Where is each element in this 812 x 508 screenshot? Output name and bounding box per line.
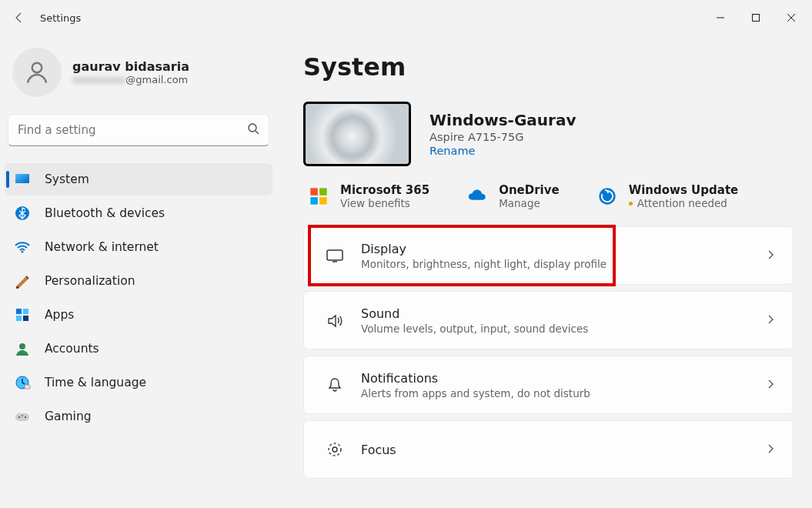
focus-icon [321,440,349,459]
app-title: Settings [40,12,81,24]
svg-rect-22 [310,188,317,195]
display-icon [321,246,349,265]
svg-rect-6 [15,174,29,183]
nav-label: Personalization [45,274,135,288]
account-block[interactable]: gaurav bidasaria xxxxxxxxx@gmail.com [0,42,277,114]
svg-rect-23 [319,188,326,195]
svg-point-2 [32,63,42,73]
nav-label: Accounts [45,342,99,356]
svg-rect-13 [23,316,28,321]
svg-rect-12 [16,316,22,321]
nav-item-bluetooth[interactable]: Bluetooth & devices [5,197,272,229]
update-icon [596,185,618,207]
svg-rect-1 [753,15,760,22]
accounts-icon [14,340,31,357]
system-icon [14,171,31,188]
bluetooth-icon [14,205,31,222]
card-sound[interactable]: SoundVolume levels, output, input, sound… [303,291,794,349]
chevron-right-icon [765,313,776,328]
svg-point-21 [22,415,23,416]
wifi-icon [14,239,31,256]
maximize-button[interactable] [738,5,774,30]
nav-label: Apps [45,308,74,322]
nav-item-personalization[interactable]: Personalization [5,265,272,297]
device-row: Windows-Gaurav Aspire A715-75G Rename [303,102,794,166]
card-sub: Alerts from apps and system, do not dist… [361,387,590,399]
ms365-icon [308,185,329,207]
settings-cards: DisplayMonitors, brightness, night light… [303,226,794,479]
search-input[interactable] [18,123,247,137]
quicklink-sub: Manage [499,197,560,209]
sound-icon [321,311,349,329]
nav-item-accounts[interactable]: Accounts [5,333,272,365]
card-sub: Volume levels, output, input, sound devi… [361,323,588,335]
personalization-icon [14,272,31,289]
sidebar: gaurav bidasaria xxxxxxxxx@gmail.com Sys… [0,35,277,508]
svg-point-14 [19,343,25,349]
device-thumbnail [303,102,411,166]
card-focus[interactable]: Focus [303,420,794,479]
svg-point-29 [329,443,341,456]
card-display[interactable]: DisplayMonitors, brightness, night light… [303,226,794,285]
nav-item-system[interactable]: System [5,163,272,196]
search-box[interactable] [8,114,269,146]
chevron-right-icon [765,378,776,393]
nav-label: System [45,172,89,186]
search-icon [247,122,259,138]
quick-links: Microsoft 365View benefitsOneDriveManage… [303,183,794,209]
quicklink-title: Microsoft 365 [340,183,429,197]
nav-item-time[interactable]: Time & language [5,366,272,399]
svg-rect-10 [16,309,22,314]
gaming-icon [14,408,31,425]
rename-link[interactable]: Rename [429,145,576,157]
nav-label: Time & language [45,376,146,389]
svg-point-19 [18,416,20,418]
quicklink-onedrive[interactable]: OneDriveManage [466,183,560,209]
quicklink-title: OneDrive [499,183,560,197]
apps-icon [14,306,31,323]
nav-item-apps[interactable]: Apps [5,299,272,331]
chevron-right-icon [765,249,776,263]
svg-rect-11 [23,309,28,314]
device-model: Aspire A715-75G [429,131,576,143]
main-panel: System Windows-Gaurav Aspire A715-75G Re… [277,35,812,508]
svg-point-20 [25,416,26,418]
title-bar: Settings [0,0,812,35]
card-notifications[interactable]: NotificationsAlerts from apps and system… [303,356,794,414]
minimize-button[interactable] [703,5,738,30]
svg-point-3 [249,124,256,132]
svg-point-30 [332,447,337,452]
quicklink-ms365[interactable]: Microsoft 365View benefits [308,183,429,209]
account-name: gaurav bidasaria [72,59,189,74]
quicklink-title: Windows Update [629,183,739,197]
card-title: Focus [361,443,396,457]
svg-point-8 [21,250,23,252]
svg-rect-18 [15,413,29,421]
back-button[interactable] [3,12,35,24]
nav-label: Bluetooth & devices [45,206,165,220]
close-button[interactable] [774,5,809,30]
svg-rect-17 [25,385,30,389]
quicklink-sub: View benefits [340,197,429,209]
nav-label: Network & internet [45,240,159,254]
card-sub: Monitors, brightness, night light, displ… [361,258,606,270]
nav-item-wifi[interactable]: Network & internet [5,231,272,263]
quicklink-sub: Attention needed [629,197,739,209]
chevron-right-icon [765,443,776,457]
svg-point-9 [16,286,18,289]
notifications-icon [321,376,349,394]
onedrive-icon [466,185,488,207]
svg-rect-27 [327,250,343,260]
device-name: Windows-Gaurav [429,111,576,129]
avatar [12,48,62,97]
nav-list: SystemBluetooth & devicesNetwork & inter… [0,163,277,433]
card-title: Notifications [361,371,590,386]
quicklink-update[interactable]: Windows UpdateAttention needed [596,183,739,209]
nav-item-gaming[interactable]: Gaming [5,400,272,433]
svg-line-4 [256,131,259,134]
svg-rect-25 [319,197,326,204]
card-title: Display [361,242,606,256]
svg-rect-24 [310,197,317,204]
nav-label: Gaming [45,409,92,423]
account-email: xxxxxxxxx@gmail.com [72,74,189,85]
